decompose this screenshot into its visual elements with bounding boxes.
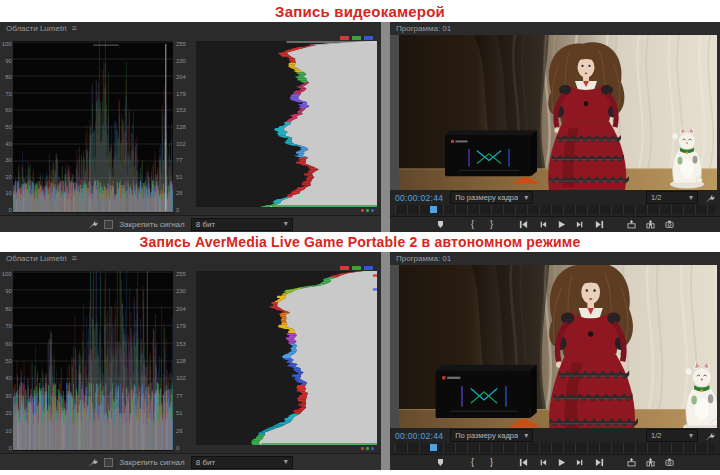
add-marker-button[interactable] bbox=[435, 457, 447, 468]
panel-gutter bbox=[381, 252, 390, 470]
go-to-in-button[interactable] bbox=[518, 219, 530, 230]
level-tick-label: 255 bbox=[176, 41, 186, 46]
ire-tick-label: 0 bbox=[9, 207, 12, 212]
clamp-signal-checkbox[interactable] bbox=[104, 220, 113, 229]
scopes-footer: Закрепить сигнал 8 бит ▾ bbox=[0, 453, 381, 470]
add-marker-icon bbox=[436, 220, 445, 229]
red-channel-swatch[interactable] bbox=[340, 36, 349, 40]
scrubber[interactable] bbox=[395, 205, 715, 214]
fit-dropdown[interactable]: По размеру кадра ▾ bbox=[450, 191, 533, 204]
lift-icon bbox=[627, 458, 636, 467]
ire-tick-label: 50 bbox=[5, 124, 12, 129]
level-tick-label: 255 bbox=[176, 271, 186, 276]
export-frame-button[interactable] bbox=[664, 219, 676, 230]
video-pillar-left bbox=[390, 35, 399, 190]
panel-menu-icon[interactable]: ≡ bbox=[72, 254, 77, 263]
level-tick-label: 77 bbox=[176, 393, 183, 398]
mark-in-button[interactable]: { bbox=[467, 219, 479, 230]
level-tick-label: 128 bbox=[176, 358, 186, 363]
scopes-panel-header: Области Lumetri ≡ bbox=[0, 22, 381, 35]
play-button[interactable] bbox=[556, 457, 568, 468]
add-marker-button[interactable] bbox=[435, 219, 447, 230]
go-to-out-button[interactable] bbox=[594, 219, 606, 230]
program-monitor: Программа: 01 00:00:02:44 По размеру кад… bbox=[390, 22, 720, 232]
clamp-signal-checkbox[interactable] bbox=[104, 458, 113, 467]
panel-menu-icon[interactable]: ≡ bbox=[72, 24, 77, 33]
ire-tick-label: 70 bbox=[5, 324, 12, 329]
mark-in-button[interactable]: { bbox=[467, 457, 479, 468]
waveform-scope bbox=[13, 41, 173, 213]
doll-photo bbox=[399, 265, 717, 428]
lift-icon bbox=[627, 220, 636, 229]
play-button[interactable] bbox=[556, 219, 568, 230]
extract-button[interactable] bbox=[645, 457, 657, 468]
extract-button[interactable] bbox=[645, 219, 657, 230]
level-scale: 2552302041791531281027751260 bbox=[173, 271, 196, 451]
mark-out-button[interactable]: } bbox=[486, 219, 498, 230]
ire-tick-label: 10 bbox=[5, 191, 12, 196]
level-tick-label: 230 bbox=[176, 58, 186, 63]
clamp-signal-label: Закрепить сигнал bbox=[119, 220, 184, 229]
monitor-settings-wrench-icon[interactable] bbox=[705, 193, 715, 203]
red-channel-swatch[interactable] bbox=[340, 266, 349, 270]
bit-depth-dropdown[interactable]: 8 бит ▾ bbox=[191, 456, 293, 469]
histogram-scope bbox=[196, 35, 377, 213]
lift-button[interactable] bbox=[626, 457, 638, 468]
level-tick-label: 102 bbox=[176, 141, 186, 146]
blue-channel-swatch[interactable] bbox=[364, 36, 373, 40]
play-icon bbox=[557, 220, 566, 229]
monitor-controls: 00:00:02:44 По размеру кадра ▾ 1/2 ▾ bbox=[390, 428, 720, 443]
program-monitor-header: Программа: 01 bbox=[390, 22, 720, 35]
blue-channel-swatch[interactable] bbox=[364, 266, 373, 270]
step-forward-button[interactable] bbox=[575, 457, 587, 468]
green-channel-swatch[interactable] bbox=[352, 36, 361, 40]
program-monitor: Программа: 01 00:00:02:44 По размеру кад… bbox=[390, 252, 720, 470]
scope-settings-wrench-icon[interactable] bbox=[88, 457, 98, 467]
level-tick-label: 179 bbox=[176, 91, 186, 96]
ire-tick-label: 60 bbox=[5, 108, 12, 113]
ire-scale: 1009080706050403020100 bbox=[2, 271, 13, 451]
bit-depth-dropdown[interactable]: 8 бит ▾ bbox=[191, 218, 293, 231]
ire-tick-label: 90 bbox=[5, 58, 12, 63]
ire-tick-label: 70 bbox=[5, 91, 12, 96]
go-to-in-button[interactable] bbox=[518, 457, 530, 468]
timecode-display[interactable]: 00:00:02:44 bbox=[395, 431, 443, 441]
monitor-settings-wrench-icon[interactable] bbox=[705, 431, 715, 441]
program-monitor-title: Программа: 01 bbox=[396, 254, 451, 263]
timecode-display[interactable]: 00:00:02:44 bbox=[395, 193, 443, 203]
scope-settings-wrench-icon[interactable] bbox=[88, 219, 98, 229]
ire-tick-label: 40 bbox=[5, 376, 12, 381]
ire-tick-label: 100 bbox=[2, 41, 12, 46]
export-frame-button[interactable] bbox=[664, 457, 676, 468]
ire-tick-label: 0 bbox=[9, 445, 12, 450]
go-to-out-button[interactable] bbox=[594, 457, 606, 468]
playback-resolution-dropdown[interactable]: 1/2 ▾ bbox=[646, 429, 698, 442]
scrubber[interactable] bbox=[395, 443, 715, 452]
bottom-margin bbox=[0, 470, 720, 475]
scopes-body: 1009080706050403020100 25523020417915312… bbox=[0, 35, 381, 215]
step-forward-button[interactable] bbox=[575, 219, 587, 230]
playback-resolution-dropdown[interactable]: 1/2 ▾ bbox=[646, 191, 698, 204]
fit-dropdown[interactable]: По размеру кадра ▾ bbox=[450, 429, 533, 442]
step-back-button[interactable] bbox=[537, 457, 549, 468]
playhead[interactable] bbox=[430, 444, 437, 451]
ire-tick-label: 30 bbox=[5, 393, 12, 398]
lift-button[interactable] bbox=[626, 219, 638, 230]
fit-dropdown-value: По размеру кадра bbox=[455, 193, 518, 202]
histogram-rgb-indicators bbox=[196, 445, 377, 451]
middle-title: Запись AverMedia Live Game Portable 2 в … bbox=[140, 234, 581, 250]
green-channel-swatch[interactable] bbox=[352, 266, 361, 270]
scopes-footer: Закрепить сигнал 8 бит ▾ bbox=[0, 215, 381, 232]
mark-out-button[interactable]: } bbox=[486, 457, 498, 468]
step-back-button[interactable] bbox=[537, 219, 549, 230]
video-frame bbox=[390, 265, 720, 428]
red-indicator-dot bbox=[361, 209, 364, 212]
level-tick-label: 102 bbox=[176, 376, 186, 381]
level-tick-label: 230 bbox=[176, 289, 186, 294]
playhead[interactable] bbox=[430, 206, 437, 213]
green-indicator-dot bbox=[366, 209, 369, 212]
camera-recording-screenshot: Области Lumetri ≡ 1009080706050403020100… bbox=[0, 22, 720, 232]
waveform-scope bbox=[13, 271, 173, 451]
ire-tick-label: 90 bbox=[5, 289, 12, 294]
program-monitor-title: Программа: 01 bbox=[396, 24, 451, 33]
